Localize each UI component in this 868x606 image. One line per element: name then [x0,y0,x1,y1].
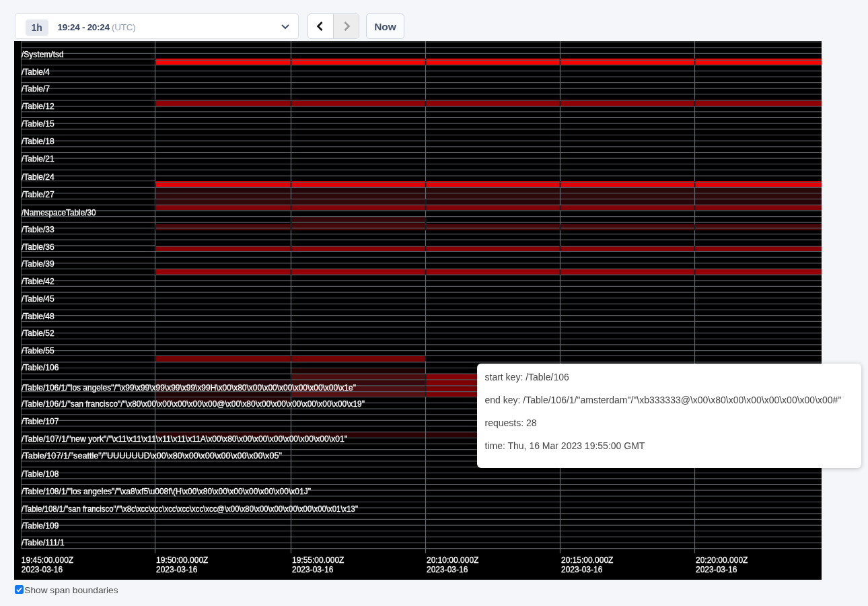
svg-text:/Table/21: /Table/21 [22,154,55,164]
svg-text:2023-03-16: 2023-03-16 [427,565,468,574]
svg-text:/Table/39: /Table/39 [22,259,55,269]
svg-text:/Table/108/1/"los angeles"/"\x: /Table/108/1/"los angeles"/"\xa8\xf5\u00… [22,487,311,496]
svg-text:19:45:00.000Z: 19:45:00.000Z [22,555,73,564]
svg-text:/Table/24: /Table/24 [22,172,55,181]
svg-text:/Table/109: /Table/109 [22,521,59,531]
svg-text:/Table/42: /Table/42 [22,277,55,286]
svg-text:/Table/27: /Table/27 [22,190,55,199]
svg-text:19:50:00.000Z: 19:50:00.000Z [156,555,208,564]
svg-text:/NamespaceTable/30: /NamespaceTable/30 [22,207,96,217]
svg-text:/Table/18: /Table/18 [22,137,55,146]
svg-text:/Table/106: /Table/106 [22,362,59,372]
svg-text:2023-03-16: 2023-03-16 [292,565,334,574]
svg-text:20:15:00.000Z: 20:15:00.000Z [561,555,613,564]
svg-text:/Table/108/1/"san francisco"/": /Table/108/1/"san francisco"/"\x8c\xcc\x… [22,504,358,513]
svg-text:/System/tsd: /System/tsd [22,50,64,59]
svg-text:/Table/106/1/"los angeles"/"\x: /Table/106/1/"los angeles"/"\x99\x99\x99… [22,383,356,393]
svg-text:/Table/111/1: /Table/111/1 [22,538,65,547]
svg-text:/Table/36: /Table/36 [22,242,55,251]
svg-text:/Table/107/1/"new york"/"\x11\: /Table/107/1/"new york"/"\x11\x11\x11\x1… [22,434,347,443]
svg-text:/Table/107: /Table/107 [22,416,59,426]
svg-text:/Table/45: /Table/45 [22,294,55,304]
svg-text:/Table/107/1/"seattle"/"UUUUUU: /Table/107/1/"seattle"/"UUUUUUD\x00\x80\… [22,451,282,461]
svg-text:2023-03-16: 2023-03-16 [156,565,198,574]
svg-text:/Table/108: /Table/108 [22,469,59,479]
svg-text:/Table/7: /Table/7 [22,84,50,94]
svg-text:/Table/52: /Table/52 [22,329,55,338]
svg-text:/Table/55: /Table/55 [22,345,55,355]
svg-text:20:10:00.000Z: 20:10:00.000Z [427,555,478,564]
svg-text:/Table/12: /Table/12 [22,102,55,111]
svg-text:/Table/4: /Table/4 [22,67,50,76]
svg-text:19:55:00.000Z: 19:55:00.000Z [292,555,344,564]
svg-text:2023-03-16: 2023-03-16 [696,565,737,574]
svg-text:2023-03-16: 2023-03-16 [561,565,603,574]
svg-text:/Table/33: /Table/33 [22,224,55,234]
svg-text:2023-03-16: 2023-03-16 [22,565,63,574]
svg-text:/Table/106/1/"san francisco"/": /Table/106/1/"san francisco"/"\x80\x00\x… [22,399,365,409]
svg-text:/Table/15: /Table/15 [22,119,55,128]
svg-text:20:20:00.000Z: 20:20:00.000Z [696,555,748,564]
svg-text:/Table/48: /Table/48 [22,311,55,321]
